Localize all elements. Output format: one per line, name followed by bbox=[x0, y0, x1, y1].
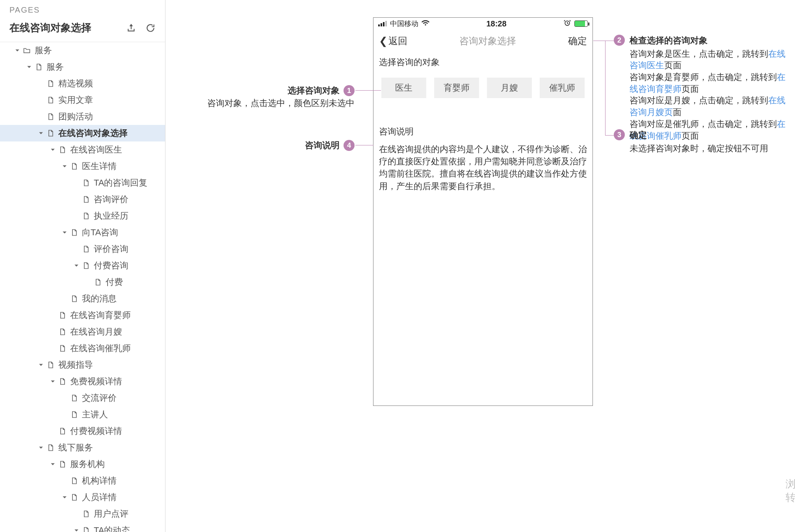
tree-item[interactable]: 在线咨询催乳师 bbox=[0, 340, 165, 357]
tree-item[interactable]: 付费视频详情 bbox=[0, 423, 165, 439]
tree-item[interactable]: 执业经历 bbox=[0, 208, 165, 224]
caret-icon[interactable] bbox=[38, 445, 44, 451]
tree-item[interactable]: 医生详情 bbox=[0, 158, 165, 175]
tree-item[interactable]: TA的咨询回复 bbox=[0, 175, 165, 191]
nav-back-button[interactable]: ❮ 返回 bbox=[379, 35, 407, 47]
tree-item[interactable]: 付费咨询 bbox=[0, 257, 165, 274]
tree-item-label: 免费视频详情 bbox=[70, 376, 122, 387]
tree-item[interactable]: 向TA咨询 bbox=[0, 224, 165, 241]
tree-item-label: 评价咨询 bbox=[94, 243, 128, 255]
annotation-4: 咨询说明 4 bbox=[181, 140, 355, 151]
refresh-icon[interactable] bbox=[145, 23, 156, 33]
page-title: 在线咨询对象选择 bbox=[9, 21, 91, 35]
tree-item[interactable]: 在线咨询对象选择 bbox=[0, 125, 165, 141]
page-icon bbox=[82, 526, 90, 532]
share-icon[interactable] bbox=[126, 23, 137, 33]
tree-item[interactable]: 机构详情 bbox=[0, 472, 165, 489]
tree-item-label: 服务 bbox=[35, 45, 52, 56]
tree-item[interactable]: 团购活动 bbox=[0, 108, 165, 125]
page-icon bbox=[82, 195, 90, 203]
chip-row: 医生 育婴师 月嫂 催乳师 bbox=[373, 72, 593, 106]
tree-item[interactable]: 在线咨询月嫂 bbox=[0, 324, 165, 340]
phone-navbar: ❮ 返回 咨询对象选择 确定 bbox=[373, 30, 593, 52]
caret-icon[interactable] bbox=[73, 262, 80, 269]
annotation-3: 3 确定 未选择咨询对象时，确定按钮不可用 bbox=[614, 129, 787, 154]
page-icon bbox=[58, 460, 66, 468]
annotation-3-title: 确定 bbox=[630, 129, 647, 141]
tree-item[interactable]: 精选视频 bbox=[0, 75, 165, 92]
tree-item[interactable]: 服务 bbox=[0, 42, 165, 59]
tree-item[interactable]: 付费 bbox=[0, 274, 165, 290]
tree-item[interactable]: 评价咨询 bbox=[0, 241, 165, 257]
tree-item-label: 在线咨询月嫂 bbox=[70, 326, 122, 338]
tree-item-label: 在线咨询对象选择 bbox=[58, 127, 128, 139]
conn-3-h bbox=[605, 135, 614, 136]
desc-body: 在线咨询提供的内容均是个人建议，不得作为诊断、治疗的直接医疗处置依据，用户需知晓… bbox=[373, 141, 593, 194]
annotation-3-body: 未选择咨询对象时，确定按钮不可用 bbox=[630, 143, 787, 154]
annotation-2-line: 咨询对象是医生，点击确定，跳转到在线咨询医生页面 bbox=[630, 48, 787, 71]
caret-icon[interactable] bbox=[61, 494, 68, 500]
tree-item[interactable]: 视频指导 bbox=[0, 357, 165, 373]
tree-item-label: 团购活动 bbox=[58, 111, 93, 123]
caret-icon[interactable] bbox=[50, 147, 56, 153]
page-icon bbox=[82, 245, 90, 253]
page-icon bbox=[94, 278, 102, 286]
caret-icon[interactable] bbox=[38, 130, 44, 136]
chip-doctor[interactable]: 医生 bbox=[381, 78, 426, 98]
page-icon bbox=[70, 477, 78, 485]
tree-item[interactable]: 免费视频详情 bbox=[0, 373, 165, 390]
tree-item[interactable]: 线下服务 bbox=[0, 439, 165, 456]
caret-icon[interactable] bbox=[73, 527, 80, 532]
tree-item[interactable]: 人员详情 bbox=[0, 489, 165, 506]
tree-item[interactable]: 咨询评价 bbox=[0, 191, 165, 208]
annotation-1-title: 选择咨询对象 bbox=[288, 85, 340, 97]
pages-tree[interactable]: 服务服务精选视频实用文章团购活动在线咨询对象选择在线咨询医生医生详情TA的咨询回… bbox=[0, 42, 165, 532]
caret-icon[interactable] bbox=[61, 229, 68, 236]
page-icon bbox=[46, 361, 54, 369]
tree-item[interactable]: 主讲人 bbox=[0, 406, 165, 423]
caret-icon[interactable] bbox=[26, 64, 32, 70]
page-icon bbox=[70, 394, 78, 402]
page-icon bbox=[70, 229, 78, 236]
tree-item[interactable]: 在线咨询育婴师 bbox=[0, 307, 165, 324]
tree-item-label: 医生详情 bbox=[82, 160, 117, 172]
chip-cuirushi[interactable]: 催乳师 bbox=[540, 78, 585, 98]
caret-icon[interactable] bbox=[50, 378, 56, 385]
tree-item[interactable]: 在线咨询医生 bbox=[0, 141, 165, 158]
carrier-label: 中国移动 bbox=[390, 19, 418, 28]
tree-item-label: 在线咨询育婴师 bbox=[70, 309, 131, 321]
tree-item-label: 线下服务 bbox=[58, 442, 93, 454]
annotation-badge-3: 3 bbox=[614, 129, 625, 140]
tree-item-label: 精选视频 bbox=[58, 78, 93, 89]
truncated-l2: 转 bbox=[786, 491, 795, 504]
tree-item[interactable]: 实用文章 bbox=[0, 92, 165, 108]
tree-item-label: TA的动态 bbox=[94, 525, 130, 532]
caret-icon[interactable] bbox=[50, 461, 56, 467]
chip-yuesao[interactable]: 月嫂 bbox=[487, 78, 532, 98]
conn-ok-v bbox=[605, 41, 606, 135]
page-icon bbox=[70, 493, 78, 501]
chip-nursery[interactable]: 育婴师 bbox=[434, 78, 479, 98]
tree-item-label: 向TA咨询 bbox=[82, 227, 118, 238]
phone-mock: 中国移动 18:28 ❮ 返回 咨询对象选择 确定 选择咨询的对象 bbox=[373, 17, 593, 406]
tree-item[interactable]: 用户点评 bbox=[0, 506, 165, 522]
annotation-2-line: 咨询对象是育婴师，点击确定，跳转到在线咨询育婴师页面 bbox=[630, 71, 787, 95]
caret-icon[interactable] bbox=[14, 47, 20, 54]
page-icon bbox=[58, 146, 66, 154]
annotation-1: 选择咨询对象 1 咨询对象，点击选中，颜色区别未选中 bbox=[181, 85, 355, 109]
nav-ok-button[interactable]: 确定 bbox=[568, 35, 587, 47]
tree-item-label: 在线咨询催乳师 bbox=[70, 342, 131, 354]
page-icon bbox=[46, 113, 54, 121]
page-icon bbox=[82, 510, 90, 518]
chevron-left-icon: ❮ bbox=[379, 35, 388, 47]
tree-item-label: 服务机构 bbox=[70, 458, 105, 470]
tree-item[interactable]: TA的动态 bbox=[0, 522, 165, 532]
caret-icon[interactable] bbox=[38, 362, 44, 368]
tree-item[interactable]: 服务机构 bbox=[0, 456, 165, 472]
tree-item[interactable]: 交流评价 bbox=[0, 390, 165, 406]
tree-item[interactable]: 我的消息 bbox=[0, 290, 165, 307]
tree-item[interactable]: 服务 bbox=[0, 59, 165, 75]
page-icon bbox=[46, 444, 54, 452]
caret-icon[interactable] bbox=[61, 163, 68, 169]
sidebar-header: PAGES bbox=[0, 0, 165, 19]
